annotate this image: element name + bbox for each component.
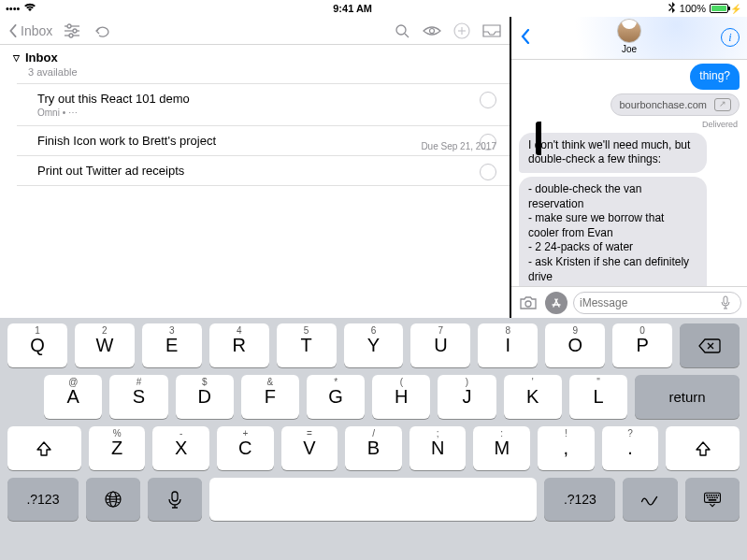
avatar: [617, 19, 641, 43]
key-J[interactable]: )J: [438, 375, 496, 419]
key-T[interactable]: 5T: [277, 323, 337, 367]
key-P[interactable]: 0P: [612, 323, 672, 367]
key-Y[interactable]: 6Y: [344, 323, 404, 367]
complete-circle-icon[interactable]: [480, 92, 496, 108]
svg-rect-24: [706, 495, 708, 496]
key-A[interactable]: @A: [44, 375, 102, 419]
key-K[interactable]: 'K: [504, 375, 562, 419]
delivered-label: Delivered: [702, 120, 740, 129]
svg-rect-33: [713, 496, 715, 498]
svg-rect-27: [713, 495, 715, 496]
svg-point-8: [430, 28, 435, 33]
list-item[interactable]: Try out this React 101 demo Omni • ⋯: [0, 84, 510, 125]
key-S[interactable]: #S: [109, 375, 167, 419]
left-app-pane: Inbox ▽ Inbox 3: [0, 17, 511, 318]
key-U[interactable]: 7U: [410, 323, 470, 367]
status-left: ••••: [6, 3, 36, 14]
svg-rect-28: [715, 495, 717, 496]
key-D[interactable]: $D: [176, 375, 234, 419]
keyboard-row-3: %Z-X+C=V/B;N:M!,?.: [4, 426, 743, 470]
svg-rect-35: [709, 499, 716, 501]
svg-rect-16: [724, 296, 727, 304]
contact-header[interactable]: Joe: [617, 19, 641, 54]
key-C[interactable]: +C: [217, 426, 274, 470]
key-M[interactable]: :M: [473, 426, 530, 470]
mic-icon[interactable]: [720, 295, 735, 310]
battery-icon: ⚡: [710, 4, 741, 14]
list-item[interactable]: Finish Icon work to Brett's project Due …: [0, 126, 510, 155]
key-shift[interactable]: [666, 426, 740, 470]
key-numbers[interactable]: .?123: [7, 478, 79, 521]
key-O[interactable]: 9O: [545, 323, 605, 367]
bluetooth-icon: [668, 2, 676, 15]
inbox-section-header[interactable]: ▽ Inbox: [0, 45, 510, 66]
key-E[interactable]: 3E: [142, 323, 202, 367]
key-W[interactable]: 2W: [75, 323, 135, 367]
charging-icon: ⚡: [730, 4, 741, 14]
svg-point-3: [73, 29, 77, 33]
key-return[interactable]: return: [635, 375, 740, 419]
split-grabber[interactable]: [536, 122, 541, 155]
key-shift[interactable]: [7, 426, 81, 470]
status-time: 9:41 AM: [333, 3, 372, 14]
key-I[interactable]: 8I: [478, 323, 538, 367]
svg-rect-29: [718, 495, 719, 496]
info-button[interactable]: i: [721, 28, 740, 47]
svg-rect-26: [711, 495, 712, 496]
list-item[interactable]: Print out Twitter ad receipts: [0, 156, 510, 185]
message-field-container[interactable]: [573, 292, 741, 314]
search-icon[interactable]: [392, 21, 412, 41]
key-F[interactable]: &F: [241, 375, 299, 419]
svg-rect-30: [707, 496, 709, 498]
key-Q[interactable]: 1Q: [7, 323, 67, 367]
key-globe[interactable]: [86, 478, 140, 521]
keyboard-row-2: @A#S$D&F*G(H)J'K"Lreturn: [4, 375, 743, 419]
key-R[interactable]: 4R: [209, 323, 269, 367]
inbox-tray-icon[interactable]: [481, 21, 502, 41]
key-handwriting[interactable]: [623, 478, 677, 521]
camera-icon[interactable]: [517, 292, 539, 314]
complete-circle-icon[interactable]: [480, 164, 496, 180]
keyboard: 1Q2W3E4R5T6Y7U8I9O0P @A#S$D&F*G(H)J'K"Lr…: [0, 318, 747, 560]
inbox-count: 3 available: [0, 66, 510, 83]
key-.[interactable]: ?.: [602, 426, 659, 470]
message-link-preview[interactable]: bourbonchase.com: [611, 93, 740, 116]
key-B[interactable]: /B: [345, 426, 402, 470]
message-input[interactable]: [580, 296, 720, 309]
svg-rect-22: [172, 492, 178, 501]
eye-icon[interactable]: [422, 21, 442, 41]
key-space[interactable]: [209, 478, 537, 521]
key-L[interactable]: "L: [569, 375, 627, 419]
key-G[interactable]: *G: [307, 375, 365, 419]
due-label: Due Sep 21, 2017: [421, 141, 496, 151]
key-backspace[interactable]: [680, 323, 740, 367]
back-button[interactable]: Inbox: [7, 23, 52, 38]
key-Z[interactable]: %Z: [89, 426, 146, 470]
key-N[interactable]: ;N: [409, 426, 467, 470]
key-,[interactable]: !,: [538, 426, 595, 470]
key-H[interactable]: (H: [372, 375, 430, 419]
messages-thread[interactable]: thing? bourbonchase.com Delivered I don'…: [511, 60, 747, 286]
key-V[interactable]: =V: [281, 426, 338, 470]
wifi-icon: [23, 3, 36, 14]
svg-point-6: [396, 25, 406, 35]
undo-icon[interactable]: [92, 21, 112, 41]
settings-sliders-icon[interactable]: [62, 21, 82, 41]
key-X[interactable]: -X: [152, 426, 209, 470]
key-dictation[interactable]: [148, 478, 202, 521]
svg-rect-34: [716, 496, 718, 498]
key-numbers[interactable]: .?123: [544, 478, 615, 521]
add-icon[interactable]: [452, 21, 472, 41]
app-store-icon[interactable]: [545, 292, 567, 314]
messages-back-button[interactable]: [519, 29, 532, 47]
mail-toolbar: Inbox: [0, 17, 510, 45]
signal-icon: ••••: [6, 3, 20, 14]
svg-point-12: [525, 301, 531, 307]
message-bubble-received: - double-check the van reservation - mak…: [519, 177, 707, 286]
keyboard-row-4: .?123 .?123: [4, 478, 743, 521]
link-text: bourbonchase.com: [619, 98, 707, 111]
keyboard-row-1: 1Q2W3E4R5T6Y7U8I9O0P: [4, 323, 743, 367]
inbox-title: Inbox: [25, 50, 58, 65]
messages-pane: Joe i thing? bourbonchase.com Delivered …: [511, 17, 747, 318]
key-hide-keyboard[interactable]: [685, 478, 740, 521]
